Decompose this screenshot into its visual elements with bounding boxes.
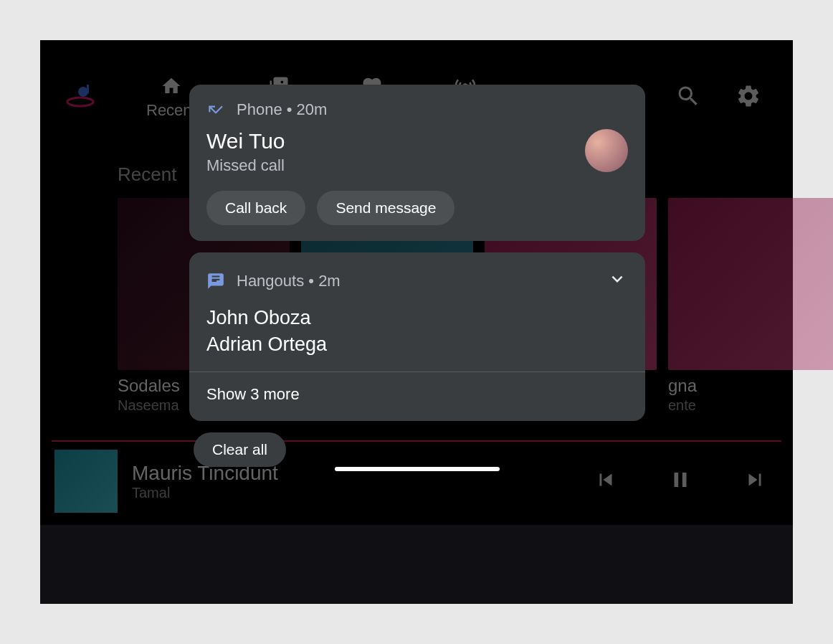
svg-point-0 [67,98,93,106]
notification-subtitle: Missed call [206,156,576,175]
album-art [668,198,833,370]
notification-shade: Phone • 20m Wei Tuo Missed call Call bac… [189,85,645,467]
notification-phone[interactable]: Phone • 20m Wei Tuo Missed call Call bac… [189,85,645,241]
next-icon[interactable] [743,468,767,495]
device-frame: Recent Recent Sodales Na [40,40,793,604]
chat-icon [206,272,225,290]
call-back-button[interactable]: Call back [206,191,305,225]
send-message-button[interactable]: Send message [317,191,454,225]
show-more-button[interactable]: Show 3 more [206,372,628,405]
contact-avatar [585,129,628,172]
svg-point-1 [78,87,88,97]
card-title: gna [668,376,833,396]
pause-icon[interactable] [668,468,692,495]
notification-sender: John Oboza [206,307,628,329]
section-title: Recent [118,164,176,186]
settings-gear-icon[interactable] [736,83,761,112]
previous-icon[interactable] [594,468,618,495]
expand-chevron-icon[interactable] [606,268,628,294]
now-playing-artist: Tamal [132,485,594,501]
card-artist: ente [668,397,833,414]
svg-rect-2 [87,85,89,93]
clear-all-button[interactable]: Clear all [194,432,286,467]
notification-app-label: Hangouts • 2m [237,272,341,290]
notification-title: Wei Tuo [206,129,576,153]
bottom-bar [40,525,793,604]
now-playing-art [54,450,118,513]
missed-call-icon [206,100,225,119]
notification-app-label: Phone • 20m [237,100,327,119]
notification-hangouts[interactable]: Hangouts • 2m John Oboza Adrian Ortega S… [189,252,645,421]
search-icon[interactable] [675,83,701,112]
recent-card[interactable]: gna ente [668,198,833,414]
notification-sender: Adrian Ortega [206,333,628,356]
drag-handle[interactable] [335,467,500,471]
app-logo-icon [63,80,97,115]
